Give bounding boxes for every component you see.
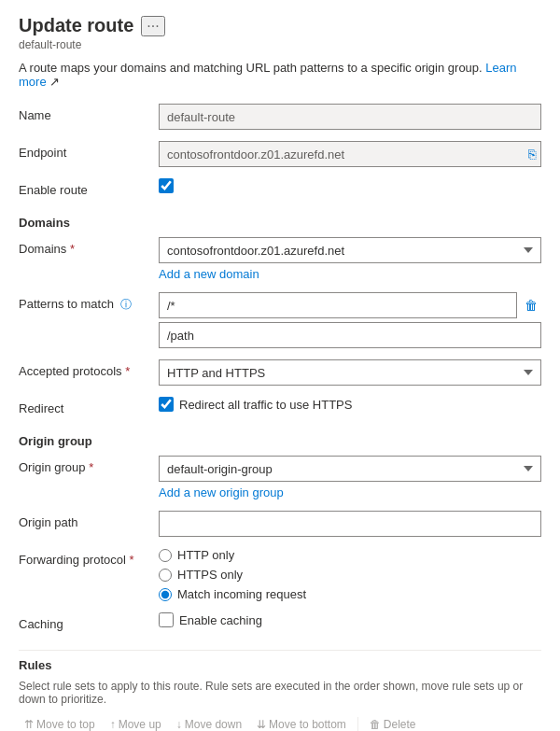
move-top-button[interactable]: ⇈ Move to top: [19, 715, 101, 731]
rules-description: Select rule sets to apply to this route.…: [19, 680, 541, 706]
radio-https-label: HTTPS only: [177, 568, 243, 582]
radio-http-label: HTTP only: [177, 548, 234, 562]
origin-group-label: Origin group *: [19, 456, 159, 474]
toolbar-separator: [357, 717, 358, 731]
redirect-label: Redirect: [19, 397, 159, 415]
domains-section-header: Domains: [19, 216, 541, 230]
pattern1-input[interactable]: [159, 292, 517, 318]
add-domain-link[interactable]: Add a new domain: [159, 267, 541, 281]
name-input[interactable]: [159, 104, 541, 130]
ellipsis-button[interactable]: ···: [141, 16, 164, 36]
redirect-checkbox[interactable]: [159, 397, 174, 412]
caching-checkbox-label: Enable caching: [179, 613, 262, 627]
enable-route-label: Enable route: [19, 178, 159, 197]
add-origin-link[interactable]: Add a new origin group: [159, 485, 541, 499]
origin-path-input[interactable]: [159, 511, 541, 537]
radio-http-only[interactable]: [159, 549, 172, 562]
rules-section-header: Rules: [19, 658, 541, 672]
move-down-icon: ↓: [176, 718, 182, 731]
endpoint-input: [159, 141, 541, 167]
rules-toolbar: ⇈ Move to top ↑ Move up ↓ Move down ⇊ Mo…: [19, 715, 541, 731]
page-title: Update route: [19, 15, 133, 36]
origin-section-header: Origin group: [19, 434, 541, 448]
caching-checkbox[interactable]: [159, 612, 174, 627]
patterns-info-icon[interactable]: ⓘ: [120, 298, 132, 311]
enable-route-checkbox[interactable]: [159, 178, 174, 193]
endpoint-label: Endpoint: [19, 141, 159, 160]
origin-path-label: Origin path: [19, 511, 159, 529]
page-description: A route maps your domains and matching U…: [19, 61, 541, 89]
delete-button[interactable]: 🗑 Delete: [364, 715, 422, 731]
move-up-icon: ↑: [110, 718, 116, 731]
copy-icon[interactable]: ⎘: [528, 147, 536, 162]
radio-https-only[interactable]: [159, 569, 172, 582]
move-down-button[interactable]: ↓ Move down: [171, 715, 247, 731]
domains-select[interactable]: contosofrontdoor.z01.azurefd.net: [159, 237, 541, 263]
forwarding-protocol-label: Forwarding protocol *: [19, 548, 159, 567]
radio-match-incoming[interactable]: [159, 588, 172, 601]
caching-label: Caching: [19, 612, 159, 631]
accepted-protocols-label: Accepted protocols *: [19, 359, 159, 378]
redirect-checkbox-label: Redirect all traffic to use HTTPS: [179, 398, 352, 412]
patterns-label: Patterns to match ⓘ: [19, 292, 159, 313]
radio-match-label: Match incoming request: [177, 587, 306, 601]
move-bottom-button[interactable]: ⇊ Move to bottom: [251, 715, 352, 731]
domains-label: Domains *: [19, 237, 159, 256]
delete-icon: 🗑: [370, 718, 381, 731]
move-up-button[interactable]: ↑ Move up: [105, 715, 167, 731]
move-bottom-icon: ⇊: [257, 718, 266, 731]
accepted-protocols-select[interactable]: HTTP and HTTPS: [159, 359, 541, 386]
name-label: Name: [19, 104, 159, 122]
pattern2-input[interactable]: [159, 322, 541, 348]
move-top-icon: ⇈: [24, 718, 34, 731]
pattern1-delete-icon[interactable]: 🗑: [521, 298, 541, 313]
page-subtitle: default-route: [19, 38, 541, 51]
origin-group-select[interactable]: default-origin-group: [159, 456, 541, 482]
